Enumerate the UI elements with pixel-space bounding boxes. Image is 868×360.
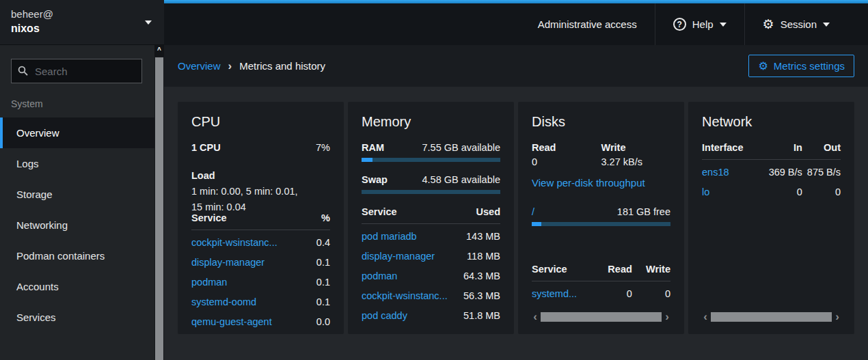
admin-access-button[interactable]: Administrative access <box>520 3 655 45</box>
scrollbar-thumb[interactable] <box>711 312 832 322</box>
sidebar-item-overview[interactable]: Overview <box>0 117 164 148</box>
table-header-row: ServiceReadWrite <box>532 264 670 281</box>
table-row: display-manager0.1 <box>191 252 330 272</box>
column-header: % <box>321 212 330 223</box>
service-link[interactable]: podman <box>191 277 316 288</box>
sidebar-section-label: System <box>11 98 153 109</box>
cpu-card: CPU 1 CPU 7% Load 1 min: 0.00, 5 min: 0.… <box>178 102 344 334</box>
sidebar-item-services[interactable]: Services <box>0 302 164 333</box>
table-row: cockpit-wsinstanc...56.3 MB <box>362 286 500 305</box>
column-header: Write <box>632 264 670 275</box>
service-link[interactable]: display-manager <box>362 251 467 262</box>
scroll-right-icon[interactable]: › <box>664 312 670 321</box>
cell-value: 0.1 <box>316 296 330 307</box>
scrollbar-track[interactable] <box>711 312 832 322</box>
swap-available-value: 4.58 GB available <box>422 174 500 185</box>
search-icon <box>18 66 28 79</box>
sidebar-item-logs[interactable]: Logs <box>0 148 164 179</box>
service-link[interactable]: lo <box>702 186 764 197</box>
table-row: lo00 <box>702 182 841 202</box>
scrollbar-track[interactable] <box>541 312 662 322</box>
disk-free-value: 181 GB free <box>617 206 670 217</box>
disks-card-title: Disks <box>532 114 670 130</box>
table-row: display-manager118 MB <box>362 246 500 266</box>
scrollbar-thumb[interactable] <box>541 312 662 322</box>
column-header: Service <box>362 206 476 217</box>
cell-value: 0 <box>594 288 632 299</box>
scroll-left-icon[interactable]: ‹ <box>702 312 709 321</box>
disk-write-value: 3.27 kB/s <box>601 156 671 167</box>
horizontal-scrollbar[interactable]: ‹ › <box>702 311 841 322</box>
service-link[interactable]: display-manager <box>191 257 316 268</box>
scrollbar-thumb[interactable] <box>155 57 163 360</box>
service-link[interactable]: cockpit-wsinstanc... <box>362 290 463 301</box>
main-content: Overview › Metrics and history ⚙ Metrics… <box>164 45 868 360</box>
table-row: systemd-oomd0.1 <box>191 292 330 311</box>
help-menu[interactable]: ? Help <box>655 3 744 45</box>
ram-usage-bar <box>362 158 500 162</box>
service-link[interactable]: systemd... <box>532 288 594 299</box>
host-switcher[interactable]: beheer@ nixos <box>0 0 164 45</box>
cell-value: 0 <box>632 288 670 299</box>
metrics-settings-button[interactable]: ⚙ Metrics settings <box>748 55 854 77</box>
cell-value: 51.8 MB <box>463 310 500 321</box>
breadcrumb-current: Metrics and history <box>239 60 325 72</box>
disk-read-label: Read <box>532 142 601 153</box>
service-link[interactable]: podman <box>362 271 463 281</box>
cell-value: 369 B/s <box>764 167 802 178</box>
sidebar-item-storage[interactable]: Storage <box>0 179 164 210</box>
sidebar-item-networking[interactable]: Networking <box>0 210 164 240</box>
disk-read-value: 0 <box>532 156 601 167</box>
load-values: 1 min: 0.00, 5 min: 0.01, <box>191 186 330 197</box>
cell-value: 0.4 <box>316 237 330 248</box>
sidebar-search <box>11 59 142 83</box>
ram-available-value: 7.55 GB available <box>422 142 500 153</box>
mount-point-link[interactable]: / <box>532 206 534 217</box>
memory-card: Memory RAM 7.55 GB available Swap 4.58 G… <box>348 102 514 334</box>
ram-usage-fill <box>362 158 372 162</box>
cell-value: 0.1 <box>316 277 330 288</box>
service-link[interactable]: cockpit-wsinstanc... <box>191 237 316 248</box>
scroll-left-icon[interactable]: ‹ <box>532 312 539 321</box>
swap-usage-bar <box>362 190 500 194</box>
service-link[interactable]: qemu-guest-agent <box>191 316 316 327</box>
masthead: Administrative access ? Help ⚙ Session <box>164 0 868 45</box>
table-header-row: ServiceUsed <box>362 206 500 224</box>
column-header: Out <box>802 142 841 153</box>
per-disk-throughput-link[interactable]: View per-disk throughput <box>532 177 645 189</box>
search-input[interactable] <box>11 59 142 83</box>
table-row: qemu-guest-agent0.0 <box>191 311 330 331</box>
table-header-row: InterfaceInOut <box>702 142 841 160</box>
disk-usage-bar <box>532 222 670 226</box>
breadcrumb-chevron-icon: › <box>228 59 232 73</box>
memory-service-table: ServiceUsedpod mariadb143 MBdisplay-mana… <box>362 206 500 325</box>
cell-value: 118 MB <box>467 251 500 262</box>
breadcrumb-overview-link[interactable]: Overview <box>178 60 221 72</box>
service-link[interactable]: pod mariadb <box>362 231 466 242</box>
scroll-up-icon[interactable]: ^ <box>154 45 164 57</box>
service-link[interactable]: pod caddy <box>362 310 463 321</box>
scroll-right-icon[interactable]: › <box>834 312 841 321</box>
gear-icon: ⚙ <box>758 61 768 72</box>
session-label: Session <box>781 18 817 30</box>
service-link[interactable]: ens18 <box>702 167 764 178</box>
table-row: pod caddy51.8 MB <box>362 305 500 325</box>
column-header: Service <box>532 264 594 275</box>
network-card-title: Network <box>702 114 841 130</box>
chevron-down-icon <box>823 23 830 27</box>
table-row: systemd...00 <box>532 283 670 303</box>
cell-value: 0.0 <box>316 316 330 327</box>
service-link[interactable]: systemd-oomd <box>191 296 316 307</box>
chevron-down-icon <box>145 20 152 25</box>
horizontal-scrollbar[interactable]: ‹ › <box>532 311 670 322</box>
sidebar: beheer@ nixos System OverviewLogsStorage… <box>0 0 164 360</box>
cpu-card-title: CPU <box>191 114 330 130</box>
table-row: cockpit-wsinstanc...0.4 <box>191 232 330 252</box>
table-row: pod mariadb143 MB <box>362 226 500 246</box>
sidebar-scrollbar[interactable]: ^ <box>154 45 164 360</box>
sidebar-item-podman-containers[interactable]: Podman containers <box>0 240 164 271</box>
sidebar-item-accounts[interactable]: Accounts <box>0 271 164 302</box>
session-menu[interactable]: ⚙ Session <box>745 3 853 45</box>
sidebar-nav: OverviewLogsStorageNetworkingPodman cont… <box>0 117 164 333</box>
table-row: ens18369 B/s875 B/s <box>702 162 841 182</box>
